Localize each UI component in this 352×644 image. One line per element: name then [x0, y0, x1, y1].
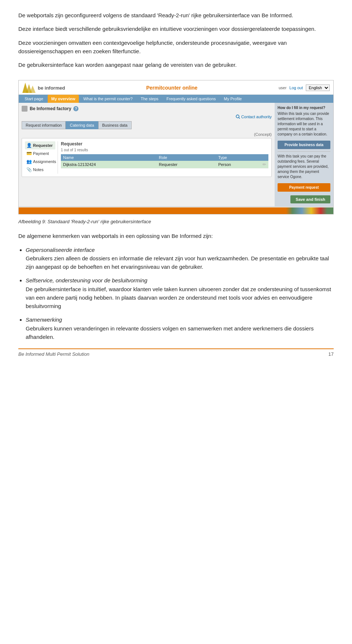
- sidebar-item-assignments[interactable]: 👥 Assignments: [25, 158, 55, 166]
- factory-icon: [22, 106, 27, 112]
- nav-faq[interactable]: Frequently asked questions: [163, 95, 220, 103]
- cell-role: Requester: [157, 161, 216, 169]
- sidebar-item-requester-label: Requester: [33, 143, 53, 148]
- right-help-text2: With this task you can pay the outstandi…: [278, 154, 330, 180]
- col-action: [260, 154, 268, 161]
- app-navbar: Start page My overview What is the permi…: [19, 95, 333, 103]
- sidebar-item-payment[interactable]: 💳 Payment: [25, 149, 55, 158]
- top-text-block: De webportals zijn geconfigureerd volgen…: [18, 11, 334, 69]
- nav-permit-counter[interactable]: What is the permit counter?: [80, 95, 136, 103]
- nav-the-steps[interactable]: The steps: [137, 95, 162, 103]
- bullet-title-2: Samenwerking: [26, 316, 62, 323]
- contact-row: Contact authority: [22, 115, 272, 119]
- app-chrome: be informed Permitcounter online user Lo…: [19, 80, 333, 207]
- intro-p3: Deze voorzieningen omvatten een contextg…: [18, 39, 334, 56]
- tab-request-information[interactable]: Request information: [22, 121, 66, 129]
- table-row[interactable]: Dijkstra-12132424 Requester Person ✏: [61, 161, 268, 169]
- screenshot-caption: Afbeelding 9: Standaard 'Ready-2-run' ri…: [18, 219, 334, 224]
- col-role: Role: [157, 154, 216, 161]
- factory-title: Be Informed factory: [30, 106, 71, 111]
- tab-business-data[interactable]: Business data: [98, 121, 132, 129]
- orange-stripe: [19, 207, 333, 214]
- nav-my-profile[interactable]: My Profile: [220, 95, 246, 103]
- save-finish-button[interactable]: Save and finish: [290, 195, 330, 203]
- concept-badge: (Concept): [22, 132, 272, 137]
- bullet-text-2: Gebruikers kunnen veranderingen in relev…: [26, 325, 314, 340]
- language-select[interactable]: English: [306, 84, 330, 91]
- logo-text: be informed: [38, 85, 65, 91]
- app-title: Permitcounter online: [65, 85, 278, 91]
- right-help-question: How do I fill in my request?: [278, 106, 330, 110]
- nav-start-page[interactable]: Start page: [21, 95, 47, 103]
- search-icon: [236, 115, 240, 119]
- cell-type: Person: [216, 161, 260, 169]
- factory-header: Be Informed factory ?: [22, 106, 272, 112]
- intro-p4: De gebruikersinterface kan worden aangep…: [18, 61, 334, 69]
- sidebar-item-assignments-label: Assignments: [33, 159, 56, 164]
- sidebar-item-payment-label: Payment: [33, 151, 49, 156]
- content-card: 👤 Requester 💳 Payment 👥 Assignments: [22, 138, 272, 177]
- body-intro: De algemene kenmerken van webportals in …: [18, 232, 334, 240]
- contact-authority-link[interactable]: Contact authority: [236, 115, 272, 119]
- card-sidebar: 👤 Requester 💳 Payment 👥 Assignments: [25, 141, 58, 174]
- user-area: user Log out English: [279, 84, 330, 91]
- bullet-samenwerking: Samenwerking Gebruikers kunnen veranderi…: [26, 315, 334, 341]
- cell-name: Dijkstra-12132424: [61, 161, 157, 169]
- bullet-gepersonaliseerde: Gepersonaliseerde interface Gebruikers z…: [26, 246, 334, 271]
- svg-line-4: [239, 117, 240, 119]
- app-main: Be Informed factory ? Contact authority …: [19, 103, 333, 206]
- results-table: Name Role Type Dijkstra-12132424: [61, 154, 268, 169]
- app-logo: be informed: [22, 83, 65, 93]
- tab-catering-data[interactable]: Catering data: [66, 121, 98, 129]
- nav-my-overview[interactable]: My overview: [48, 95, 79, 103]
- right-help-text1: Within this task you can provide settlem…: [278, 111, 330, 137]
- requester-icon: 👤: [26, 143, 32, 148]
- bullet-selfservice: Selfservice, ondersteuning voor de beslu…: [26, 276, 334, 310]
- user-label: user: [279, 86, 286, 90]
- bullet-text-0: Gebruikers zien alleen de dossiers en in…: [26, 255, 329, 270]
- assignments-icon: 👥: [26, 159, 32, 164]
- payment-request-button[interactable]: Payment request: [278, 183, 330, 192]
- save-finish-row: Save and finish: [278, 195, 330, 203]
- right-divider: [278, 151, 330, 152]
- intro-p1: De webportals zijn geconfigureerd volgen…: [18, 11, 334, 19]
- be-informed-logo-icon: [22, 83, 36, 93]
- col-type: Type: [216, 154, 260, 161]
- bullet-text-1: De gebruikersinterface is intuïtief, waa…: [26, 286, 331, 310]
- sidebar-item-notes[interactable]: 📎 Notes: [25, 166, 55, 174]
- page-footer: Be Informed Multi Permit Solution 17: [18, 348, 334, 357]
- footer-left: Be Informed Multi Permit Solution: [18, 351, 89, 357]
- app-left-panel: Be Informed factory ? Contact authority …: [19, 103, 275, 206]
- edit-icon: ✏: [263, 162, 266, 167]
- svg-point-3: [236, 115, 239, 118]
- section-title: Requester: [61, 141, 268, 146]
- feature-list: Gepersonaliseerde interface Gebruikers z…: [26, 246, 334, 341]
- notes-icon: 📎: [26, 167, 32, 172]
- cell-edit[interactable]: ✏: [260, 161, 268, 169]
- sidebar-item-notes-label: Notes: [33, 167, 44, 172]
- logout-link[interactable]: Log out: [289, 86, 303, 90]
- screenshot-box: be informed Permitcounter online user Lo…: [18, 80, 334, 214]
- provide-business-data-button[interactable]: Provide business data: [278, 141, 330, 149]
- sidebar-item-requester[interactable]: 👤 Requester: [25, 141, 55, 149]
- col-name: Name: [61, 154, 157, 161]
- page-number: 17: [329, 351, 334, 357]
- help-icon[interactable]: ?: [73, 106, 78, 111]
- payment-icon: 💳: [26, 151, 32, 156]
- app-topbar: be informed Permitcounter online user Lo…: [19, 80, 333, 95]
- intro-p2: Deze interface biedt verschillende gebru…: [18, 25, 334, 33]
- bullet-title-1: Selfservice, ondersteuning voor de beslu…: [26, 277, 147, 283]
- app-right-panel: How do I fill in my request? Within this…: [275, 103, 333, 206]
- card-content: Requester 1 out of 1 results Name Role T…: [61, 141, 268, 174]
- content-tabs: Request information Catering data Busine…: [22, 121, 272, 129]
- card-layout: 👤 Requester 💳 Payment 👥 Assignments: [25, 141, 268, 174]
- body-intro-text: De algemene kenmerken van webportals in …: [18, 232, 334, 240]
- contact-link-label: Contact authority: [241, 115, 272, 119]
- bullet-title-0: Gepersonaliseerde interface: [26, 247, 95, 253]
- results-count: 1 out of 1 results: [61, 148, 268, 152]
